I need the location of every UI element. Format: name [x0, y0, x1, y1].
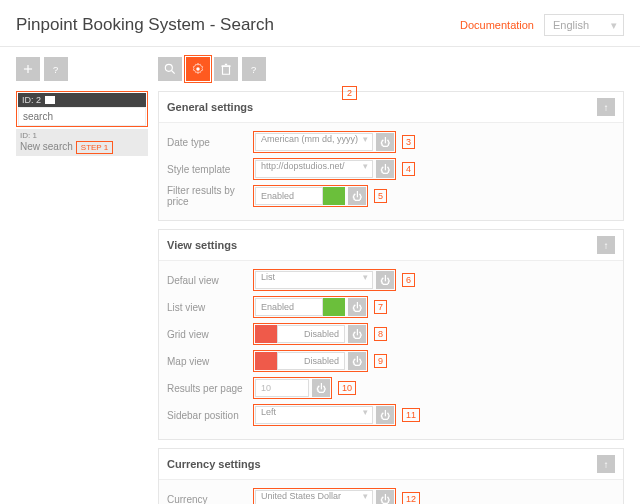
info-button[interactable]: ⏻ [312, 379, 330, 397]
list-view-toggle[interactable]: Enabled [255, 298, 345, 316]
currency-select[interactable]: United States Dollar [255, 490, 373, 504]
search-list-item[interactable]: ID: 1 New searchSTEP 1 [16, 129, 148, 156]
collapse-button[interactable]: ↑ [597, 455, 615, 473]
callout-marker: 12 [402, 492, 420, 504]
default-view-select[interactable]: List [255, 271, 373, 289]
collapse-button[interactable]: ↑ [597, 236, 615, 254]
field-label: List view [167, 302, 253, 313]
general-settings-section: General settings↑ Date type American (mm… [158, 91, 624, 221]
field-label: Style template [167, 164, 253, 175]
view-settings-section: View settings↑ Defaul view List⏻ 6 List … [158, 229, 624, 440]
section-heading: General settings [167, 101, 253, 113]
callout-marker: 7 [374, 300, 387, 314]
info-button[interactable]: ⏻ [348, 187, 366, 205]
info-button[interactable]: ⏻ [376, 271, 394, 289]
info-button[interactable]: ⏻ [348, 298, 366, 316]
info-button[interactable]: ⏻ [348, 352, 366, 370]
field-label: Map view [167, 356, 253, 367]
callout-marker: 6 [402, 273, 415, 287]
callout-marker: 3 [402, 135, 415, 149]
callout-marker: 9 [374, 354, 387, 368]
filter-toggle[interactable]: Enabled [255, 187, 345, 205]
section-heading: View settings [167, 239, 237, 251]
help-button-right[interactable]: ? [242, 57, 266, 81]
item-id: ID: 1 [20, 131, 144, 140]
grid-view-toggle[interactable]: Disabled [255, 325, 345, 343]
currency-settings-section: Currency settings↑ Currency United State… [158, 448, 624, 504]
field-label: Sidebar position [167, 410, 253, 421]
help-button[interactable]: ? [44, 57, 68, 81]
active-search-item[interactable]: ID: 2 [16, 91, 148, 127]
delete-button[interactable] [214, 57, 238, 81]
map-view-toggle[interactable]: Disabled [255, 352, 345, 370]
step-marker: STEP 1 [76, 141, 113, 154]
results-per-page-input[interactable] [255, 379, 309, 397]
svg-text:?: ? [251, 65, 256, 75]
search-tool-button[interactable] [158, 57, 182, 81]
svg-point-1 [165, 64, 172, 71]
field-label: Date type [167, 137, 253, 148]
language-select[interactable]: English [544, 14, 624, 36]
documentation-link[interactable]: Documentation [460, 19, 534, 31]
svg-point-2 [196, 67, 200, 71]
search-name-input[interactable] [18, 107, 146, 126]
collapse-button[interactable]: ↑ [597, 98, 615, 116]
sidebar-position-select[interactable]: Left [255, 406, 373, 424]
info-button[interactable]: ⏻ [376, 406, 394, 424]
info-button[interactable]: ⏻ [348, 325, 366, 343]
svg-text:?: ? [53, 65, 58, 75]
style-template-select[interactable]: http://dopstudios.net/ [255, 160, 373, 178]
callout-marker: 5 [374, 189, 387, 203]
info-button[interactable]: ⏻ [376, 490, 394, 504]
field-label: Results per page [167, 383, 253, 394]
callout-marker: 4 [402, 162, 415, 176]
callout-marker: 10 [338, 381, 356, 395]
callout-marker: 11 [402, 408, 420, 422]
info-button[interactable]: ⏻ [376, 133, 394, 151]
header: Pinpoint Booking System - Search Documen… [0, 0, 640, 42]
field-label: Grid view [167, 329, 253, 340]
info-button[interactable]: ⏻ [376, 160, 394, 178]
field-label: Defaul view [167, 275, 253, 286]
section-heading: Currency settings [167, 458, 261, 470]
item-name: New search [20, 141, 73, 152]
field-label: Filter results by price [167, 185, 253, 207]
callout-marker-2: 2 [342, 86, 357, 100]
page-title: Pinpoint Booking System - Search [16, 15, 274, 35]
callout-marker: 8 [374, 327, 387, 341]
flag-icon [45, 96, 55, 104]
date-type-select[interactable]: American (mm dd, yyyy) [255, 133, 373, 151]
settings-button[interactable] [186, 57, 210, 81]
field-label: Currency [167, 494, 253, 505]
item-id: ID: 2 [22, 95, 41, 105]
add-button[interactable] [16, 57, 40, 81]
